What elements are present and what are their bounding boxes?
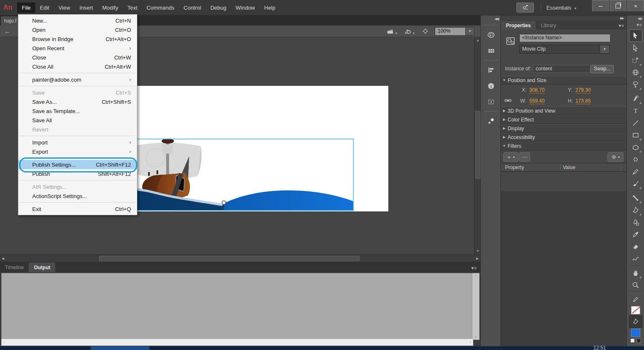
file-menu-item-save[interactable]: SaveCtrl+S (18, 88, 137, 97)
back-arrow-icon[interactable]: ← (4, 28, 11, 35)
file-menu-item-open[interactable]: OpenCtrl+O (18, 25, 137, 34)
panel-gripper[interactable] (484, 24, 498, 26)
remove-filter-button[interactable]: — (519, 152, 530, 162)
constrain-link-icon[interactable] (504, 97, 512, 104)
instance-of-field[interactable]: content (533, 65, 590, 73)
fill-color-icon[interactable] (629, 315, 642, 328)
filters-property-column[interactable]: Property (505, 165, 524, 170)
pen-tool-icon[interactable] (629, 93, 642, 105)
sync-settings-button[interactable] (516, 3, 534, 13)
filters-list-area[interactable] (501, 191, 627, 350)
brush-tool-icon[interactable] (629, 178, 642, 190)
section-3d-position[interactable]: ▶3D Position and View (501, 106, 627, 115)
section-color-effect[interactable]: ▶Color Effect (501, 115, 627, 124)
filter-options-button[interactable]: ▼ (608, 152, 623, 162)
canvas-horizontal-scrollbar[interactable]: ◀ ▶ (0, 255, 480, 262)
zoom-tool-icon[interactable] (629, 279, 642, 291)
menu-control[interactable]: Control (179, 3, 206, 13)
polystar-tool-icon[interactable] (629, 154, 642, 165)
menu-text[interactable]: Text (123, 3, 142, 13)
info-panel-icon[interactable]: i (482, 78, 499, 93)
file-menu-item-close-all[interactable]: Close AllCtrl+Alt+W (18, 62, 137, 71)
swatches-panel-icon[interactable] (482, 43, 499, 58)
scroll-left-icon[interactable]: ‹ (3, 340, 5, 344)
h-value[interactable]: 173.85 (575, 98, 591, 104)
file-menu-item-close[interactable]: CloseCtrl+W (18, 53, 137, 62)
rectangle-tool-icon[interactable] (629, 129, 642, 141)
section-accessibility[interactable]: ▶Accessibility (501, 133, 627, 142)
line-tool-icon[interactable] (629, 117, 642, 129)
paint-bucket-tool-icon[interactable] (629, 204, 642, 216)
file-menu-item-new[interactable]: New...Ctrl+N (18, 16, 137, 25)
section-display[interactable]: ▶Display (501, 124, 627, 133)
menu-edit[interactable]: Edit (35, 3, 54, 13)
menu-window[interactable]: Window (231, 3, 259, 13)
add-filter-button[interactable]: ＋▼ (503, 152, 518, 162)
workspace-switcher[interactable]: Essentials▼ (547, 5, 577, 11)
instance-name-input[interactable]: <Instance Name> (519, 34, 611, 42)
section-position-and-size[interactable]: ▼Position and Size (501, 76, 627, 85)
symbol-type-select[interactable]: Movie Clip (519, 45, 605, 54)
fill-color-swatch[interactable] (631, 329, 640, 337)
oval-tool-icon[interactable] (629, 142, 642, 153)
bone-tool-icon[interactable] (629, 192, 642, 204)
rotation-3d-tool-icon[interactable] (629, 67, 642, 78)
motion-presets-panel-icon[interactable] (482, 113, 499, 129)
file-menu-item-export[interactable]: Export› (18, 147, 137, 156)
output-horizontal-scrollbar[interactable]: ‹ › (1, 339, 473, 346)
file-menu-item-revert[interactable]: Revert (18, 125, 137, 134)
file-menu-item-publish[interactable]: PublishShift+Alt+F12 (18, 169, 137, 178)
menu-view[interactable]: View (54, 3, 75, 13)
default-swap-colors[interactable] (627, 338, 644, 343)
stroke-color-icon[interactable] (629, 293, 642, 305)
panel-menu-icon[interactable]: ▼≡ (618, 23, 623, 28)
stroke-color-swatch[interactable] (631, 306, 640, 314)
scroll-right-icon[interactable]: ▶ (476, 257, 479, 260)
output-vertical-scrollbar[interactable]: ⌃ ⌄ (472, 273, 480, 340)
taskbar-active-app[interactable] (91, 346, 149, 350)
swap-button[interactable]: Swap... (590, 65, 614, 73)
scroll-up-icon[interactable]: ▲ (476, 39, 480, 42)
width-tool-icon[interactable] (629, 253, 642, 265)
symbol-type-dropdown-icon[interactable]: ▼ (600, 45, 610, 54)
ink-bottle-tool-icon[interactable] (629, 216, 642, 228)
scroll-down-icon[interactable]: ⌄ (474, 334, 477, 338)
restore-button[interactable] (610, 0, 626, 11)
edit-symbols-icon[interactable]: ▼ (404, 28, 415, 35)
canvas-vertical-scrollbar[interactable]: ▲ ▼ (474, 37, 481, 255)
eraser-tool-icon[interactable] (629, 241, 642, 252)
panel-gripper[interactable] (484, 111, 498, 113)
file-menu-item-save-as[interactable]: Save As...Ctrl+Shift+S (18, 97, 137, 106)
file-menu-item-save-all[interactable]: Save All (18, 116, 137, 125)
hscroll-thumb[interactable] (99, 256, 359, 261)
menu-file[interactable]: File (17, 3, 35, 13)
transform-panel-icon[interactable] (482, 94, 499, 109)
edit-scene-icon[interactable]: ▼ (387, 28, 398, 35)
zoom-dropdown-icon[interactable]: ▼ (466, 27, 475, 36)
panel-menu-icon[interactable]: ▼≡ (470, 266, 476, 272)
minimize-button[interactable]: ─ (592, 0, 609, 11)
center-frame-icon[interactable] (422, 28, 429, 35)
align-panel-icon[interactable] (482, 62, 499, 77)
close-button[interactable]: × (627, 0, 644, 11)
text-tool-icon[interactable]: T (629, 105, 642, 117)
stage[interactable] (95, 86, 388, 211)
vscroll-thumb[interactable] (475, 111, 480, 179)
file-menu-item-open-recent[interactable]: Open Recent› (18, 44, 137, 53)
file-menu-item-actionscript-settings[interactable]: ActionScript Settings... (18, 191, 137, 201)
file-menu-item-exit[interactable]: ExitCtrl+Q (18, 204, 137, 214)
tab-timeline[interactable]: Timeline (0, 262, 29, 272)
subselection-tool-icon[interactable] (629, 42, 642, 54)
file-menu-item-air-settings[interactable]: AIR Settings... (18, 182, 137, 191)
tab-output[interactable]: Output (29, 262, 55, 272)
selection-tool-icon[interactable] (629, 29, 642, 42)
file-menu-item-painter-adobe-com[interactable]: painter@adobe.com› (18, 75, 137, 84)
pencil-tool-icon[interactable] (629, 166, 642, 178)
panel-gripper[interactable] (484, 59, 498, 62)
lasso-tool-icon[interactable] (629, 79, 642, 90)
tab-properties[interactable]: Properties (501, 21, 536, 30)
w-value[interactable]: 559.40 (529, 98, 545, 104)
output-console[interactable] (1, 273, 473, 340)
file-menu-item-publish-settings[interactable]: Publish Settings...Ctrl+Shift+F12 (18, 160, 137, 169)
menu-help[interactable]: Help (259, 3, 280, 13)
